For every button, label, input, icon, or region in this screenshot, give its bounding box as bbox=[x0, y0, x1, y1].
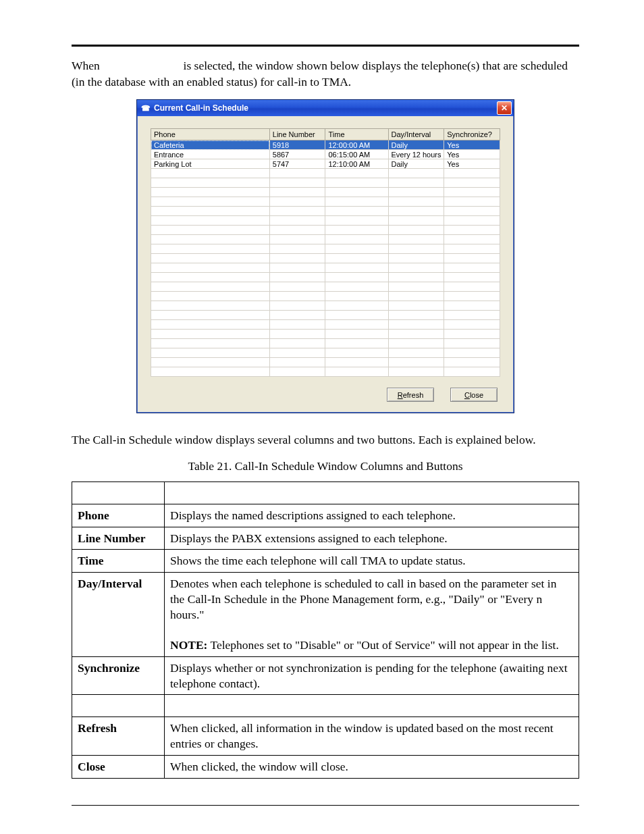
col-time[interactable]: Time bbox=[325, 129, 388, 140]
table-row[interactable] bbox=[151, 311, 500, 320]
cell-time: 12:00:00 AM bbox=[325, 140, 388, 150]
cell-time: 06:15:00 AM bbox=[325, 150, 388, 159]
close-button[interactable]: Close bbox=[450, 388, 498, 402]
desc-label: Phone bbox=[72, 504, 165, 527]
table-row[interactable]: Entrance586706:15:00 AMEvery 12 hoursYes bbox=[151, 150, 500, 159]
table-row[interactable]: Parking Lot574712:10:00 AMDailyYes bbox=[151, 159, 500, 169]
refresh-button[interactable]: Refresh bbox=[387, 388, 434, 402]
intro-post: is selected, the window shown below disp… bbox=[72, 59, 568, 88]
table-row[interactable] bbox=[151, 348, 500, 358]
desc-label: Day/Interval bbox=[72, 573, 165, 657]
bottom-rule bbox=[72, 805, 579, 806]
desc-section-divider bbox=[72, 695, 579, 717]
description-table: PhoneDisplays the named descriptions ass… bbox=[72, 481, 579, 779]
desc-text: Displays the PABX extensions assigned to… bbox=[165, 527, 579, 550]
phone-icon: ☎ bbox=[141, 103, 151, 113]
table-row[interactable] bbox=[151, 178, 500, 188]
desc-label: Refresh bbox=[72, 717, 165, 756]
close-label: lose bbox=[470, 391, 483, 399]
table-caption: Table 21. Call-In Schedule Window Column… bbox=[72, 459, 579, 473]
top-rule bbox=[72, 45, 579, 47]
table-row[interactable] bbox=[151, 226, 500, 235]
table-row[interactable] bbox=[151, 197, 500, 207]
table-row[interactable] bbox=[151, 273, 500, 282]
desc-text: Displays whether or not synchronization … bbox=[165, 656, 579, 695]
desc-text: Shows the time each telephone will call … bbox=[165, 550, 579, 573]
col-sync[interactable]: Synchronize? bbox=[444, 129, 500, 140]
table-row[interactable] bbox=[151, 207, 500, 216]
cell-sync: Yes bbox=[444, 159, 500, 169]
desc-text: When clicked, all information in the win… bbox=[165, 717, 579, 756]
table-row[interactable] bbox=[151, 244, 500, 254]
table-row[interactable] bbox=[151, 339, 500, 348]
desc-label: Line Number bbox=[72, 527, 165, 550]
table-row[interactable] bbox=[151, 216, 500, 226]
intro-paragraph: When is selected, the window shown below… bbox=[72, 58, 579, 90]
desc-row: SynchronizeDisplays whether or not synch… bbox=[72, 656, 579, 695]
table-row[interactable] bbox=[151, 188, 500, 197]
desc-row: PhoneDisplays the named descriptions ass… bbox=[72, 504, 579, 527]
col-day[interactable]: Day/Interval bbox=[388, 129, 444, 140]
cell-phone: Entrance bbox=[151, 150, 270, 159]
refresh-label: efresh bbox=[403, 391, 424, 399]
callin-schedule-window: ☎ Current Call-in Schedule ✕ Phone Line … bbox=[136, 99, 514, 413]
cell-sync: Yes bbox=[444, 140, 500, 150]
table-row[interactable] bbox=[151, 301, 500, 311]
table-row[interactable] bbox=[151, 367, 500, 377]
after-paragraph: The Call-in Schedule window displays sev… bbox=[72, 432, 579, 448]
cell-day: Daily bbox=[388, 159, 444, 169]
table-row[interactable] bbox=[151, 254, 500, 263]
table-row[interactable] bbox=[151, 320, 500, 330]
desc-text: When clicked, the window will close. bbox=[165, 755, 579, 778]
window-titlebar[interactable]: ☎ Current Call-in Schedule ✕ bbox=[137, 100, 514, 116]
table-row[interactable]: Cafeteria591812:00:00 AMDailyYes bbox=[151, 140, 500, 150]
cell-day: Every 12 hours bbox=[388, 150, 444, 159]
schedule-grid[interactable]: Phone Line Number Time Day/Interval Sync… bbox=[151, 128, 500, 377]
close-icon[interactable]: ✕ bbox=[497, 101, 512, 115]
desc-row: CloseWhen clicked, the window will close… bbox=[72, 755, 579, 778]
cell-line: 5918 bbox=[269, 140, 325, 150]
table-row[interactable] bbox=[151, 169, 500, 178]
desc-text: Displays the named descriptions assigned… bbox=[165, 504, 579, 527]
cell-time: 12:10:00 AM bbox=[325, 159, 388, 169]
cell-sync: Yes bbox=[444, 150, 500, 159]
col-phone[interactable]: Phone bbox=[151, 129, 270, 140]
desc-row: Line NumberDisplays the PABX extensions … bbox=[72, 527, 579, 550]
cell-line: 5747 bbox=[269, 159, 325, 169]
desc-label: Time bbox=[72, 550, 165, 573]
desc-row: RefreshWhen clicked, all information in … bbox=[72, 717, 579, 756]
table-row[interactable] bbox=[151, 282, 500, 292]
desc-row: Day/IntervalDenotes when each telephone … bbox=[72, 573, 579, 657]
desc-text: Denotes when each telephone is scheduled… bbox=[165, 573, 579, 657]
table-row[interactable] bbox=[151, 292, 500, 301]
cell-line: 5867 bbox=[269, 150, 325, 159]
window-title: Current Call-in Schedule bbox=[154, 103, 248, 113]
grid-header-row[interactable]: Phone Line Number Time Day/Interval Sync… bbox=[151, 129, 500, 140]
intro-pre: When bbox=[72, 59, 103, 72]
desc-label: Close bbox=[72, 755, 165, 778]
table-row[interactable] bbox=[151, 330, 500, 339]
desc-row: TimeShows the time each telephone will c… bbox=[72, 550, 579, 573]
table-row[interactable] bbox=[151, 263, 500, 273]
cell-phone: Parking Lot bbox=[151, 159, 270, 169]
table-row[interactable] bbox=[151, 235, 500, 244]
col-line[interactable]: Line Number bbox=[269, 129, 325, 140]
desc-label: Synchronize bbox=[72, 656, 165, 695]
cell-day: Daily bbox=[388, 140, 444, 150]
table-row[interactable] bbox=[151, 358, 500, 367]
cell-phone: Cafeteria bbox=[151, 140, 270, 150]
